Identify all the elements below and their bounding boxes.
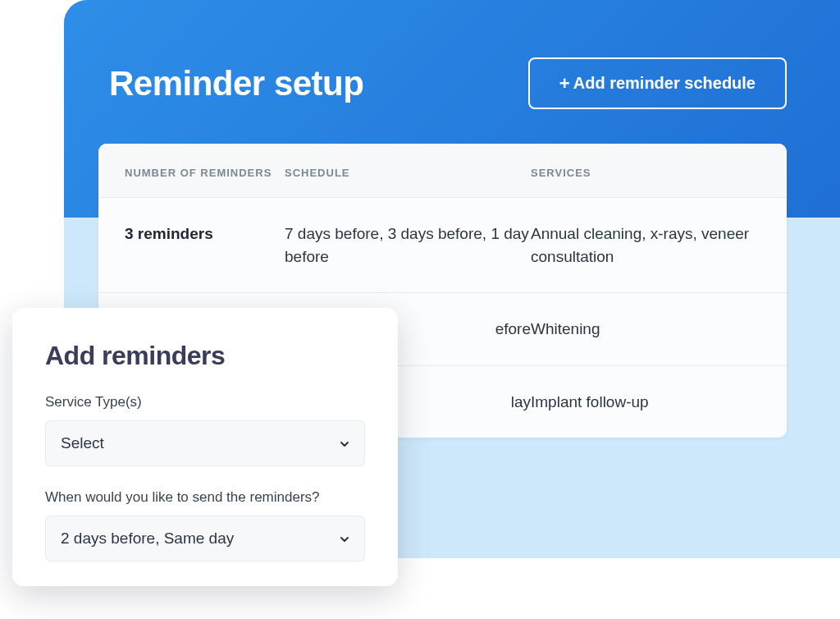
column-header-schedule: SCHEDULE <box>285 167 531 179</box>
table-row[interactable]: 3 reminders 7 days before, 3 days before… <box>98 198 787 293</box>
page-title: Reminder setup <box>109 64 363 103</box>
chevron-down-icon <box>338 533 349 544</box>
modal-title: Add reminders <box>45 341 365 371</box>
cell-services: Implant follow-up <box>531 391 760 414</box>
service-type-select[interactable]: Select <box>45 420 365 466</box>
column-header-services: SERVICES <box>531 167 760 179</box>
schedule-value: 2 days before, Same day <box>61 530 234 548</box>
chevron-down-icon <box>338 438 349 449</box>
plus-icon: + <box>559 75 570 93</box>
cell-schedule: 7 days before, 3 days before, 1 day befo… <box>285 222 531 268</box>
cell-services: Annual cleaning, x-rays, veneer consulta… <box>531 222 760 268</box>
cell-reminders: 3 reminders <box>125 222 285 268</box>
schedule-select[interactable]: 2 days before, Same day <box>45 516 365 562</box>
add-reminder-schedule-button[interactable]: + Add reminder schedule <box>528 57 787 109</box>
cell-services: Whitening <box>531 318 760 341</box>
service-type-value: Select <box>61 434 104 452</box>
schedule-label: When would you like to send the reminder… <box>45 489 365 506</box>
service-type-label: Service Type(s) <box>45 394 365 410</box>
column-header-reminders: NUMBER OF REMINDERS <box>125 167 285 179</box>
table-header-row: NUMBER OF REMINDERS SCHEDULE SERVICES <box>98 144 787 198</box>
add-reminders-modal: Add reminders Service Type(s) Select Whe… <box>12 308 398 586</box>
add-button-label: Add reminder schedule <box>573 74 756 93</box>
header: Reminder setup + Add reminder schedule <box>109 57 787 109</box>
